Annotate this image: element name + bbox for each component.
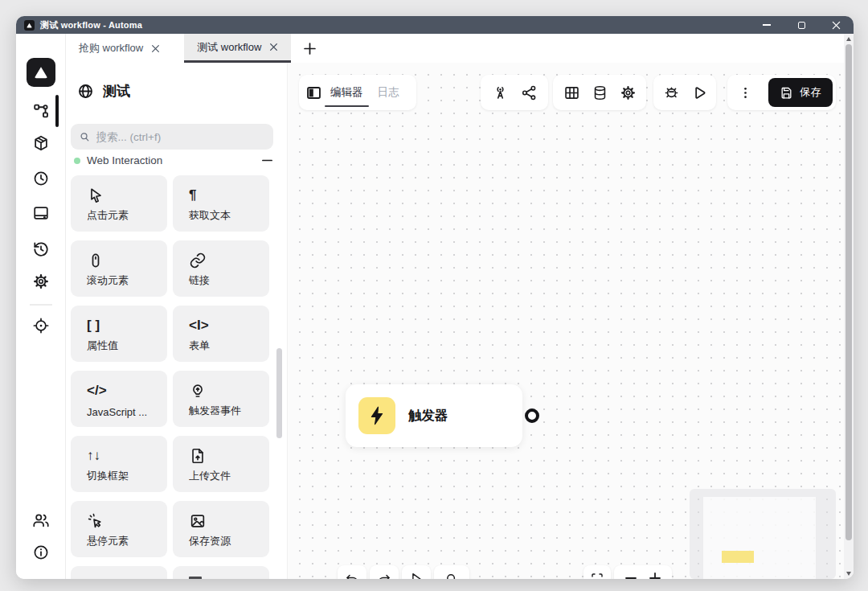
partial-icon [189, 577, 202, 579]
workflow-settings-button[interactable] [618, 83, 637, 102]
tab-close-icon[interactable] [151, 44, 160, 53]
share-workflow-button[interactable] [519, 83, 538, 102]
sidebar-item-element-selector[interactable] [32, 317, 50, 334]
trigger-node-icon-bg [358, 397, 395, 434]
block-card-forms[interactable]: <I> 表单 [173, 306, 269, 362]
minus-icon [261, 154, 273, 166]
tab-qianggou-workflow[interactable]: 抢购 workflow [66, 34, 173, 63]
share-icon [521, 84, 538, 101]
sidebar-item-community[interactable] [32, 511, 50, 529]
block-card-save-assets[interactable]: 保存资源 [173, 501, 269, 557]
undo-button[interactable] [338, 565, 366, 579]
block-card-javascript[interactable]: </> JavaScript ... [71, 371, 167, 427]
play-icon [690, 84, 707, 101]
block-card-click-element[interactable]: 点击元素 [71, 175, 167, 232]
users-icon [32, 511, 50, 529]
select-tool-button[interactable] [402, 565, 431, 579]
new-tab-button[interactable] [296, 34, 323, 63]
block-card-attribute-value[interactable]: [ ] 属性值 [71, 306, 167, 362]
table-button[interactable] [562, 83, 581, 102]
bug-icon [663, 84, 680, 101]
brackets-icon: [ ] [87, 317, 100, 334]
maximize-button[interactable] [796, 20, 806, 30]
text-cursor-icon: <I> [189, 317, 209, 334]
run-workflow-button[interactable] [689, 83, 708, 102]
minimap[interactable] [690, 489, 836, 579]
search-input[interactable] [96, 131, 265, 143]
workflow-canvas[interactable]: 编辑器 日志 [288, 63, 844, 579]
mouse-icon [87, 252, 104, 269]
table-icon [563, 84, 580, 101]
block-card-link[interactable]: 链接 [173, 240, 269, 297]
redo-icon [377, 572, 391, 579]
gear-icon [32, 273, 50, 290]
image-icon [189, 512, 207, 530]
hover-cursor-icon [87, 512, 104, 530]
sidebar-item-schedule[interactable] [32, 170, 50, 187]
mouse-pointer-icon [87, 187, 104, 204]
sidebar-item-storage[interactable] [32, 204, 50, 222]
data-tools [553, 75, 646, 110]
link-icon [189, 252, 207, 269]
globe-icon [77, 83, 94, 100]
minimap-viewport [703, 497, 816, 579]
block-card-trigger-event[interactable]: 触发器事件 [173, 371, 269, 427]
save-icon [780, 86, 793, 100]
automa-logo[interactable] [27, 58, 55, 87]
more-options-button[interactable] [735, 83, 755, 102]
pilcrow-icon: ¶ [189, 187, 196, 204]
screenshot-stage: 测试 workflow - Automa [0, 0, 868, 591]
tab-logs[interactable]: 日志 [371, 75, 407, 110]
collapse-category-button[interactable] [261, 154, 273, 166]
storage-button[interactable] [590, 83, 609, 102]
debug-button[interactable] [661, 83, 681, 102]
window-scrollbar[interactable] [844, 34, 854, 579]
automa-app-icon [24, 20, 35, 31]
zoom-controls[interactable] [614, 565, 672, 579]
view-switcher: 编辑器 日志 [299, 75, 416, 110]
redo-button[interactable] [370, 565, 399, 579]
code-icon: </> [87, 382, 107, 400]
scroll-down-arrow[interactable] [846, 572, 851, 576]
search-icon [444, 572, 459, 579]
close-button[interactable] [831, 20, 841, 30]
active-nav-indicator [55, 95, 59, 127]
search-canvas-button[interactable] [434, 565, 469, 579]
trigger-node[interactable]: 触发器 [346, 384, 522, 447]
target-icon [32, 317, 50, 334]
sidebar-item-workflows[interactable] [32, 102, 50, 120]
pointer-tool-icon [409, 572, 424, 579]
block-card-upload-file[interactable]: 上传文件 [173, 436, 269, 492]
tab-editor[interactable]: 编辑器 [323, 75, 371, 110]
tab-ceshi-workflow[interactable]: 测试 workflow [184, 34, 291, 63]
block-card-hover-element[interactable]: 悬停元素 [71, 501, 167, 557]
block-card-get-text[interactable]: ¶ 获取文本 [173, 175, 269, 232]
fit-view-icon [590, 572, 604, 579]
sidebar-item-logs-history[interactable] [32, 240, 50, 258]
save-group: 保存 [727, 75, 836, 110]
block-card-partial[interactable] [173, 566, 269, 579]
titlebar[interactable]: 测试 workflow - Automa [16, 16, 854, 34]
sidebar-item-about[interactable] [32, 544, 50, 561]
gear-icon [620, 84, 637, 101]
node-output-handle[interactable] [525, 408, 539, 423]
undo-icon [345, 572, 359, 579]
search-box[interactable] [71, 124, 273, 150]
block-card-switch-frame[interactable]: ↑↓ 切换框架 [71, 436, 167, 492]
fit-view-button[interactable] [583, 565, 611, 579]
scroll-up-arrow[interactable] [846, 37, 851, 41]
toggle-sidebar-button[interactable] [304, 83, 323, 102]
listen-trigger-button[interactable] [490, 83, 510, 102]
block-card-scroll-element[interactable]: 滚动元素 [71, 240, 167, 297]
tab-close-icon[interactable] [269, 43, 278, 51]
panel-scrollbar-thumb[interactable] [276, 348, 282, 438]
sidebar-rail [16, 34, 66, 579]
category-label: Web Interaction [87, 154, 162, 166]
sidebar-item-settings[interactable] [32, 273, 50, 290]
scrollbar-thumb[interactable] [845, 44, 852, 540]
block-card-partial[interactable] [71, 566, 167, 579]
sidebar-item-packages[interactable] [32, 134, 50, 152]
category-row: Web Interaction [74, 154, 273, 166]
save-button[interactable]: 保存 [768, 78, 833, 107]
minimize-button[interactable] [762, 20, 772, 30]
